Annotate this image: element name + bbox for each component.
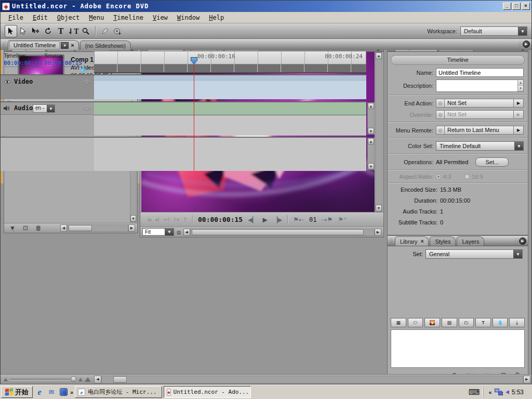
tab-layers[interactable]: Layers xyxy=(457,236,484,246)
scroll-left-icon[interactable]: ◀ xyxy=(183,229,190,236)
show-replacement-toggle[interactable]: ⭳ xyxy=(509,318,525,327)
scroll-right-icon[interactable]: ▶ xyxy=(375,229,381,236)
show-menus-toggle[interactable]: ▦ xyxy=(391,318,406,327)
timeline-tick-strip[interactable] xyxy=(94,64,366,73)
close-button[interactable]: × xyxy=(522,3,530,10)
minimize-button[interactable]: _ xyxy=(503,3,511,10)
end-action-menu-button[interactable]: ▶ xyxy=(514,99,524,108)
filter-funnel-icon[interactable]: ▼̣ xyxy=(9,224,16,232)
selection-tool-button[interactable] xyxy=(5,25,17,37)
audio-track-content[interactable] xyxy=(94,101,366,136)
previous-chapter-icon[interactable]: I◂ xyxy=(148,217,151,222)
tab-untitled-timeline[interactable]: Untitled Timeline ▼ × xyxy=(8,40,79,50)
previous-frame-button[interactable]: ◀▏ xyxy=(248,216,257,223)
start-button[interactable]: 开始 xyxy=(1,386,33,398)
next-frame-button[interactable]: ▕▶ xyxy=(273,216,282,223)
menu-timeline[interactable]: Timeline xyxy=(109,13,148,22)
scroll-up-icon[interactable]: ▲ xyxy=(376,52,382,59)
panel-grip-icon[interactable] xyxy=(3,42,6,49)
set-poster-frame-icon[interactable]: ⇤I xyxy=(164,217,169,222)
name-field[interactable] xyxy=(436,68,524,77)
project-horizontal-scrollbar[interactable]: ◀ ▶ xyxy=(60,224,135,232)
tab-no-slideshows[interactable]: (no Slideshows) xyxy=(80,41,131,50)
trim-chapter-icon[interactable]: I⇥ xyxy=(174,217,179,222)
set-button[interactable]: Set... xyxy=(475,157,509,167)
monitor-horizontal-scrollbar[interactable]: ◀ ▶ xyxy=(183,229,381,236)
audio-language-dropdown[interactable]: en - ▼ xyxy=(33,104,55,113)
chevron-down-icon[interactable]: ▼ xyxy=(47,105,55,112)
spin-up-icon[interactable]: ▲ xyxy=(518,80,523,86)
play-button[interactable]: ▶ xyxy=(263,216,268,223)
panel-grip-icon[interactable] xyxy=(390,238,393,245)
zoom-slider-thumb[interactable] xyxy=(71,376,76,382)
fit-frame-icon[interactable]: ⧈ xyxy=(177,229,181,236)
menu-menu[interactable]: Menu xyxy=(84,13,109,22)
taskbar-button-browser[interactable]: e 电白同乡论坛 - Micr... xyxy=(75,386,162,398)
chevron-down-icon[interactable]: ▼ xyxy=(165,229,174,235)
empty-track-content[interactable] xyxy=(94,137,366,171)
preview-button[interactable] xyxy=(111,25,124,37)
pickwhip-icon[interactable]: ◎ xyxy=(436,126,445,135)
close-tab-icon[interactable]: × xyxy=(71,42,74,48)
rotate-tool-button[interactable] xyxy=(42,25,55,37)
text-tool-button[interactable]: T xyxy=(55,25,67,37)
chevron-down-icon[interactable]: ▼ xyxy=(61,42,69,49)
eye-icon[interactable] xyxy=(4,79,11,84)
show-shapes-toggle[interactable]: 💧 xyxy=(493,318,508,327)
next-chapter-icon[interactable]: ▸I xyxy=(156,217,159,222)
taskbar-button-encore[interactable]: ◆ Untitled.ncor - Ado... xyxy=(164,386,251,398)
monitor-timecode[interactable]: 00:00:00:15 xyxy=(198,216,243,223)
scroll-left-icon[interactable]: ◀ xyxy=(60,224,67,232)
close-tab-icon[interactable]: × xyxy=(421,238,424,244)
scrollbar-thumb[interactable] xyxy=(192,229,364,235)
description-field[interactable]: ▲▼ xyxy=(436,79,524,92)
scroll-up-icon[interactable]: ▲ xyxy=(368,138,374,144)
chevron-down-icon[interactable]: ▼ xyxy=(518,27,527,35)
video-track-content[interactable] xyxy=(94,74,366,99)
move-tool-button[interactable] xyxy=(30,25,42,37)
library-set-dropdown[interactable]: General ▼ xyxy=(425,249,523,259)
show-images-toggle[interactable]: 🌄 xyxy=(424,318,440,327)
scrollbar-thumb[interactable] xyxy=(113,376,127,383)
scroll-down-icon[interactable]: ▼ xyxy=(368,163,374,169)
end-action-value[interactable]: Not Set xyxy=(445,99,514,108)
workspace-dropdown[interactable]: Default ▼ xyxy=(460,26,527,36)
show-buttons-toggle[interactable]: ⬭ xyxy=(408,318,423,327)
show-layer-sets-toggle[interactable]: 🗀 xyxy=(459,318,474,327)
scroll-down-icon[interactable]: ▼ xyxy=(130,215,136,222)
tab-library[interactable]: Library× xyxy=(395,236,429,246)
add-chapter-small-icon[interactable]: I⁺ xyxy=(184,217,187,222)
menu-file[interactable]: File xyxy=(4,13,28,22)
chevron-down-icon[interactable]: ▼ xyxy=(513,250,522,258)
add-chapter-button[interactable]: ⚑⁺ xyxy=(338,216,347,223)
zoom-in-icon[interactable] xyxy=(85,377,91,382)
library-item-list[interactable] xyxy=(391,329,525,368)
skip-forward-chapter-button[interactable]: ⇢⚑ xyxy=(322,216,333,223)
spin-down-icon[interactable]: ▼ xyxy=(518,86,523,91)
add-chapter-icon[interactable]: 💧⁺ xyxy=(79,66,90,73)
zoom-slider-track[interactable] xyxy=(10,379,76,380)
quicklaunch-overflow-icon[interactable]: » xyxy=(70,389,73,395)
scroll-down-icon[interactable]: ▼ xyxy=(376,205,382,211)
input-method-keyboard-icon[interactable]: ⌨ xyxy=(469,388,480,397)
scrollbar-thumb[interactable] xyxy=(69,225,92,231)
pickwhip-icon[interactable]: ◎ xyxy=(436,99,445,108)
zoom-out-icon[interactable] xyxy=(4,378,8,381)
vertical-text-tool-button[interactable]: ⇃T xyxy=(67,25,79,37)
scroll-left-icon[interactable]: ◀ xyxy=(94,376,101,383)
lower-vertical-scrollbar[interactable]: ▲ ▼ xyxy=(367,138,375,170)
title-bar[interactable]: ◆ Untitled.ncor - Adobe Encore DVD _ □ × xyxy=(1,1,531,12)
source-timecode[interactable]: 00:00:00:15 xyxy=(44,60,82,67)
timeline-ruler[interactable]: 00:00:00:16 00:00:00:24 xyxy=(94,51,366,64)
speaker-icon[interactable] xyxy=(4,105,10,111)
volume-tray-icon[interactable] xyxy=(506,390,509,394)
scroll-down-icon[interactable]: ▼ xyxy=(368,128,374,134)
scroll-right-icon[interactable]: ▶ xyxy=(128,224,135,232)
show-text-toggle[interactable]: T xyxy=(475,318,491,327)
trim-arrows-icon[interactable]: ◁▷ xyxy=(83,78,91,84)
scroll-up-icon[interactable]: ▲ xyxy=(368,103,374,109)
direct-select-tool-button[interactable] xyxy=(17,25,30,37)
edit-menu-in-photoshop-button[interactable] xyxy=(99,25,111,37)
timeline-horizontal-scrollbar[interactable]: ◀ ▶ xyxy=(94,376,530,383)
audio-vertical-scrollbar[interactable]: ▲ ▼ xyxy=(367,102,375,135)
